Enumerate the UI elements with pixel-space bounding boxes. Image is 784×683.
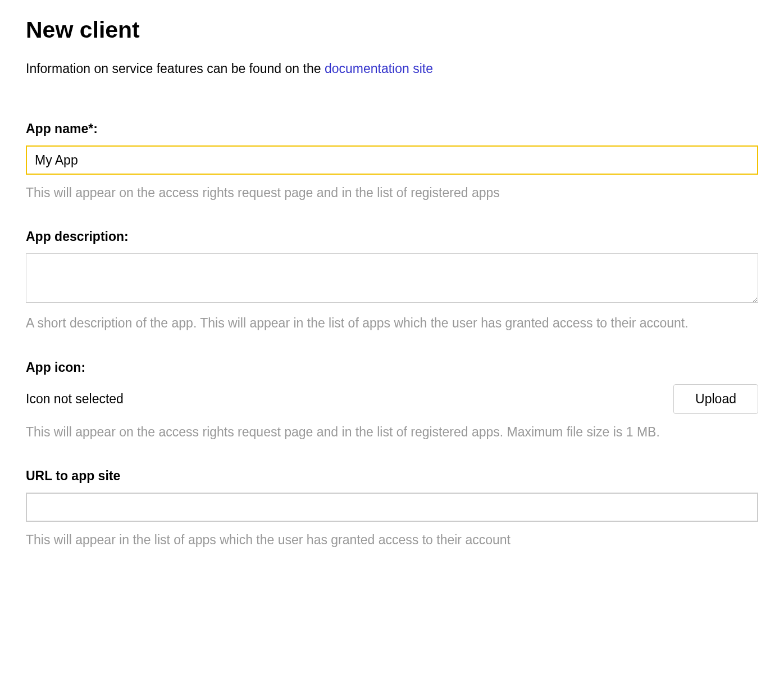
app-icon-label: App icon: [26, 360, 758, 375]
app-name-input[interactable] [26, 145, 758, 175]
app-url-input[interactable] [26, 493, 758, 522]
app-icon-help: This will appear on the access rights re… [26, 423, 758, 441]
app-description-help: A short description of the app. This wil… [26, 314, 758, 333]
documentation-link[interactable]: documentation site [325, 61, 433, 76]
app-description-group: App description: A short description of … [26, 229, 758, 333]
app-url-help: This will appear in the list of apps whi… [26, 531, 758, 549]
app-icon-row: Icon not selected Upload [26, 384, 758, 414]
info-text: Information on service features can be f… [26, 61, 758, 76]
app-url-group: URL to app site This will appear in the … [26, 468, 758, 549]
app-description-input[interactable] [26, 253, 758, 303]
app-description-label: App description: [26, 229, 758, 244]
upload-button[interactable]: Upload [673, 384, 758, 414]
page-title: New client [26, 17, 758, 43]
app-icon-group: App icon: Icon not selected Upload This … [26, 360, 758, 441]
app-name-label: App name*: [26, 121, 758, 136]
app-name-group: App name*: This will appear on the acces… [26, 121, 758, 202]
app-icon-status: Icon not selected [26, 391, 124, 407]
info-prefix: Information on service features can be f… [26, 61, 325, 76]
app-url-label: URL to app site [26, 468, 758, 484]
app-name-help: This will appear on the access rights re… [26, 184, 758, 202]
